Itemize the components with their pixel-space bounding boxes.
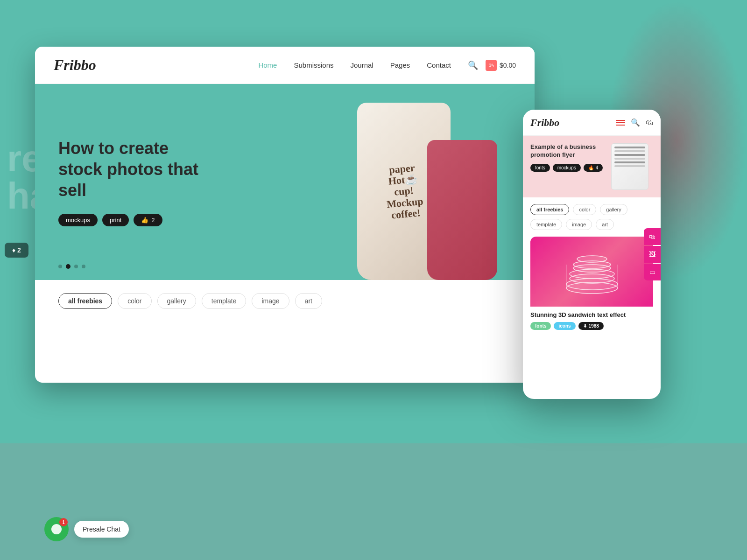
cup-text: paperHot☕cup!Mockupcoffee! [383,161,424,221]
hero-section: How to create stock photos that sell moc… [35,84,535,280]
mobile-filter-gallery[interactable]: gallery [600,204,627,215]
presale-chat-button[interactable]: Presale Chat [74,521,129,538]
slider-dot-1[interactable] [58,265,62,268]
filter-template[interactable]: template [202,293,247,309]
promo-likes-count: 4 [596,165,599,170]
mobile-filter-art[interactable]: art [596,219,614,230]
chat-avatar[interactable]: 1 [44,517,69,541]
menu-bar-3 [616,125,625,126]
mobile-card-info: Stunning 3D sandwich text effect fonts i… [530,307,653,335]
mobile-card-title: Stunning 3D sandwich text effect [530,311,653,318]
cart-icon: 🛍 [486,60,497,71]
filter-art[interactable]: art [295,293,322,309]
desktop-window: Fribbo Home Submissions Journal Pages Co… [35,47,535,383]
promo-tag-fonts[interactable]: fonts [530,164,550,172]
nav-link-pages[interactable]: Pages [390,61,410,69]
tag-print[interactable]: print [102,214,129,226]
chat-widget: 1 Presale Chat [44,517,129,541]
likes-count: 2 [151,217,155,224]
sandwich-3d-art [555,241,629,302]
filter-image[interactable]: image [252,293,289,309]
nav-link-contact[interactable]: Contact [427,61,451,69]
hero-tags: mockups print 👍 2 [58,214,208,226]
svg-point-6 [577,256,607,262]
chat-avatar-inner [51,524,62,534]
cart-button[interactable]: 🛍 $0.00 [486,60,516,71]
promo-card-img [611,143,648,190]
desktop-nav: Fribbo Home Submissions Journal Pages Co… [35,47,535,84]
mobile-logo: Fribbo [530,117,616,129]
toolbar-layout-btn[interactable]: ▭ [644,264,661,280]
mobile-search-icon[interactable]: 🔍 [631,118,640,127]
card-tag-fonts[interactable]: fonts [530,322,551,330]
promo-like-icon: 🔥 [588,165,594,170]
card-line-1 [614,147,645,148]
cup2-shape [427,140,497,280]
bg-blur-bottom [0,443,747,560]
slider-dots [58,264,85,269]
bg-counter: ♦ 2 [5,243,28,258]
toolbar-cart-btn[interactable]: 🛍 [644,228,661,245]
card-line-5 [614,161,645,163]
search-icon[interactable]: 🔍 [468,60,478,70]
mobile-toolbar: 🛍 🖼 ▭ [644,228,661,280]
card-tag-icons[interactable]: icons [554,322,575,330]
slider-dot-3[interactable] [74,265,78,268]
promo-text-area: Example of a business promotion flyer fo… [530,143,606,172]
menu-bar-1 [616,120,625,121]
card-line-2 [614,150,645,152]
promo-tag-mockups[interactable]: mockups [553,164,581,172]
nav-link-submissions[interactable]: Submissions [294,61,333,69]
toolbar-image-btn[interactable]: 🖼 [644,246,661,263]
promo-tag-likes[interactable]: 🔥 4 [584,164,603,172]
card-line-4 [614,158,645,160]
menu-bar-2 [616,122,625,123]
mobile-window: Fribbo 🔍 🛍 Example of a business promoti… [523,110,661,399]
tag-mockups[interactable]: mockups [58,214,98,226]
mobile-card-image [530,237,653,307]
download-icon: ⬇ [583,323,587,329]
mobile-filter-section: all freebies color gallery template imag… [523,197,661,237]
chat-notification-badge: 1 [59,518,68,526]
mobile-nav: Fribbo 🔍 🛍 [523,110,661,136]
mobile-filter-image[interactable]: image [566,219,592,230]
mobile-filter-template[interactable]: template [530,219,562,230]
mobile-card-tags: fonts icons ⬇ 1988 [530,322,653,330]
desktop-nav-links: Home Submissions Journal Pages Contact [258,61,451,69]
filter-section: all freebies color gallery template imag… [35,280,535,322]
desktop-logo: Fribbo [54,56,258,74]
like-icon: 👍 [141,217,148,224]
filter-color[interactable]: color [118,293,151,309]
slider-dot-4[interactable] [82,265,85,268]
promo-img-area [611,143,653,190]
mobile-promo-card: Example of a business promotion flyer fo… [523,136,661,197]
download-count: 1988 [589,323,599,329]
promo-tags: fonts mockups 🔥 4 [530,164,606,172]
promo-title: Example of a business promotion flyer [530,143,606,159]
filter-all-freebies[interactable]: all freebies [58,293,112,309]
mobile-nav-icons: 🔍 🛍 [616,118,653,127]
nav-link-home[interactable]: Home [258,61,277,69]
hero-title: How to create stock photos that sell [58,138,208,201]
mobile-cart-icon[interactable]: 🛍 [646,119,653,127]
card-line-3 [614,154,645,156]
nav-icons: 🔍 🛍 $0.00 [468,60,516,71]
card-line-6 [614,165,645,167]
hamburger-menu-icon[interactable] [616,120,625,126]
nav-link-journal[interactable]: Journal [351,61,374,69]
mobile-filter-all-freebies[interactable]: all freebies [530,204,569,215]
cart-price: $0.00 [500,62,516,69]
mobile-feature-card: Stunning 3D sandwich text effect fonts i… [530,237,653,335]
hero-cup-illustration: paperHot☕cup!Mockupcoffee! [348,84,497,280]
slider-dot-2[interactable] [66,264,70,269]
mobile-filter-color[interactable]: color [573,204,596,215]
card-tag-download[interactable]: ⬇ 1988 [578,322,604,330]
hero-text: How to create stock photos that sell moc… [35,110,231,254]
filter-gallery[interactable]: gallery [157,293,196,309]
tag-likes[interactable]: 👍 2 [134,214,162,226]
